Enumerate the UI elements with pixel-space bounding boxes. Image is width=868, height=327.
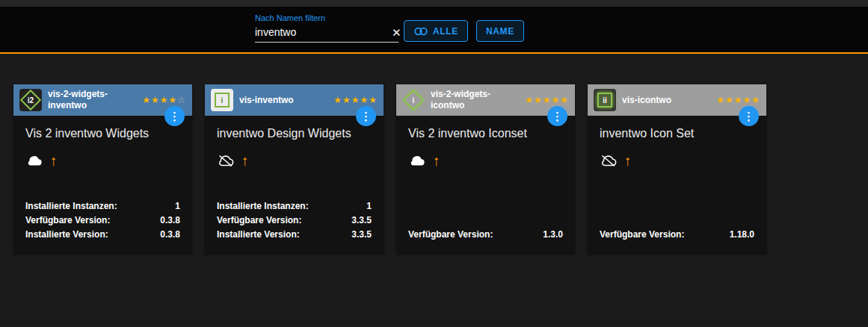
star-icon: ★: [333, 95, 342, 105]
clear-filter-icon[interactable]: ✕: [390, 27, 403, 38]
adapter-name: vis-icontwo: [622, 95, 710, 106]
version-row-label: Installierte Instanzen:: [25, 199, 117, 214]
toolbar: Nach Namen filtern ✕ ALLE NAME: [0, 7, 868, 52]
version-row: Verfügbare Version:1.18.0: [600, 228, 754, 242]
adapter-name: vis-2-widgets-icontwo: [431, 89, 519, 111]
star-icon: ★: [369, 95, 378, 105]
card-status-icons: ↑: [408, 154, 563, 168]
content-area: i2 vis-2-widgets-inventwo ★★★★☆ ⋮ Vis 2 …: [0, 54, 868, 327]
version-rows: Installierte Instanzen:1Verfügbare Versi…: [25, 199, 180, 242]
rating-stars[interactable]: ★★★★★: [716, 95, 760, 105]
star-icon: ★: [351, 95, 360, 105]
version-rows: Verfügbare Version:1.3.0: [408, 228, 563, 242]
star-icon: ★: [560, 95, 569, 105]
version-row-value: 3.3.5: [351, 228, 372, 242]
star-icon: ★: [160, 95, 169, 105]
filter-all-button[interactable]: ALLE: [404, 20, 468, 42]
filter-all-label: ALLE: [433, 26, 458, 37]
sort-name-label: NAME: [486, 26, 514, 37]
cloud-icon: [217, 155, 234, 167]
version-rows: Installierte Instanzen:1Verfügbare Versi…: [217, 199, 372, 242]
card-menu-button[interactable]: ⋮: [547, 106, 567, 126]
adapter-card: i2 vis-2-widgets-inventwo ★★★★☆ ⋮ Vis 2 …: [13, 84, 192, 254]
version-row: Installierte Instanzen:1: [25, 199, 180, 214]
version-row: Installierte Version:0.3.8: [25, 228, 180, 242]
version-row-value: 1: [175, 199, 180, 214]
rating-stars[interactable]: ★★★★☆: [142, 95, 186, 105]
card-menu-button[interactable]: ⋮: [739, 106, 759, 126]
update-arrow-icon[interactable]: ↑: [624, 154, 632, 168]
star-icon: ★: [716, 95, 725, 105]
link-icon: [413, 26, 428, 37]
star-icon: ★: [751, 95, 760, 105]
update-arrow-icon[interactable]: ↑: [50, 154, 58, 168]
star-icon: ★: [342, 95, 351, 105]
card-title: Vis 2 inventwo Widgets: [25, 126, 180, 142]
star-icon: ★: [734, 95, 743, 105]
version-row: Verfügbare Version:0.3.8: [25, 214, 180, 228]
cloud-icon: [600, 155, 617, 167]
star-icon: ★: [725, 95, 734, 105]
star-icon: ★: [525, 95, 534, 105]
rating-stars[interactable]: ★★★★★: [525, 95, 569, 105]
adapter-icon-letter: ii: [603, 96, 607, 105]
filter-label: Nach Namen filtern: [255, 13, 398, 22]
card-title: inventwo Icon Set: [600, 126, 754, 142]
filter-field: Nach Namen filtern ✕: [255, 13, 398, 43]
adapter-card: i vis-inventwo ★★★★★ ⋮ inventwo Design W…: [205, 84, 384, 254]
adapter-icon: ii: [594, 89, 616, 111]
card-status-icons: ↑: [217, 154, 372, 168]
card-body: Vis 2 inventwo Iconset ↑ Verfügbare Vers…: [396, 116, 575, 254]
version-row: Verfügbare Version:3.3.5: [217, 214, 372, 228]
top-strip: [0, 0, 868, 7]
adapter-icon: i: [211, 89, 233, 111]
card-body: inventwo Design Widgets ↑ Installierte I…: [205, 116, 384, 254]
version-row: Installierte Version:3.3.5: [217, 228, 372, 242]
version-row-value: 1: [366, 199, 372, 214]
version-rows: Verfügbare Version:1.18.0: [600, 228, 754, 242]
card-menu-button[interactable]: ⋮: [164, 106, 185, 126]
star-icon: ★: [168, 95, 177, 105]
version-row: Installierte Instanzen:1: [217, 199, 372, 214]
adapter-card: i vis-2-widgets-icontwo ★★★★★ ⋮ Vis 2 in…: [396, 84, 575, 254]
version-row-label: Verfügbare Version:: [217, 214, 301, 228]
star-icon: ★: [742, 95, 751, 105]
version-row-value: 1.18.0: [730, 228, 754, 242]
card-status-icons: ↑: [25, 154, 180, 168]
version-row-value: 0.3.8: [160, 214, 180, 228]
update-arrow-icon[interactable]: ↑: [433, 154, 440, 168]
star-icon: ★: [551, 95, 560, 105]
version-row-label: Verfügbare Version:: [25, 214, 110, 228]
card-body: Vis 2 inventwo Widgets ↑ Installierte In…: [13, 116, 192, 254]
adapter-icon: i2: [19, 89, 42, 111]
star-icon: ★: [534, 95, 543, 105]
star-icon: ☆: [177, 95, 186, 105]
card-menu-button[interactable]: ⋮: [356, 106, 376, 126]
adapters-page: Nach Namen filtern ✕ ALLE NAME: [0, 0, 868, 327]
version-row-label: Installierte Instanzen:: [217, 199, 309, 214]
card-body: inventwo Icon Set ↑ Verfügbare Version:1…: [588, 116, 766, 254]
version-row-label: Verfügbare Version:: [408, 228, 493, 242]
version-row-label: Installierte Version:: [25, 228, 108, 242]
version-row: Verfügbare Version:1.3.0: [408, 228, 563, 242]
adapter-card: ii vis-icontwo ★★★★★ ⋮ inventwo Icon Set…: [588, 84, 766, 254]
card-title: Vis 2 inventwo Iconset: [408, 126, 563, 142]
star-icon: ★: [142, 95, 151, 105]
sort-name-button[interactable]: NAME: [476, 20, 524, 42]
version-row-value: 1.3.0: [543, 228, 563, 242]
star-icon: ★: [543, 95, 552, 105]
cloud-icon: [25, 155, 43, 167]
cloud-icon: [408, 155, 425, 167]
card-title: inventwo Design Widgets: [217, 126, 372, 142]
card-status-icons: ↑: [600, 154, 754, 168]
adapter-icon-letter: i: [413, 96, 415, 105]
filter-input[interactable]: [255, 25, 390, 40]
rating-stars[interactable]: ★★★★★: [333, 95, 378, 105]
version-row-value: 3.3.5: [351, 214, 372, 228]
filter-input-line: ✕: [255, 25, 398, 43]
star-icon: ★: [151, 95, 160, 105]
version-row-label: Installierte Version:: [217, 228, 300, 242]
adapter-icon-letter: i: [221, 96, 224, 105]
update-arrow-icon[interactable]: ↑: [241, 154, 249, 168]
adapter-icon-letter: i2: [28, 96, 34, 105]
